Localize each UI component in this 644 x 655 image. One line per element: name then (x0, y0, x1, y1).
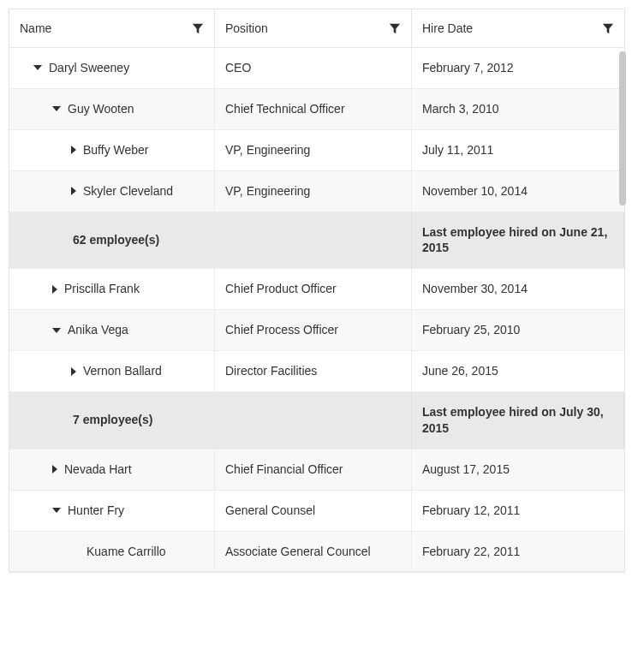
position-text: Associate General Councel (225, 544, 371, 560)
name-cell: Buffy Weber (9, 130, 215, 170)
chevron-right-icon[interactable] (71, 187, 76, 195)
position-cell: Chief Technical Officer (215, 89, 412, 129)
hiredate-cell: August 17, 2015 (412, 450, 624, 490)
scrollbar-thumb[interactable] (619, 51, 626, 205)
hiredate-cell: February 7, 2012 (412, 48, 624, 88)
table-row[interactable]: Kuame CarrilloAssociate General CouncelF… (9, 532, 624, 573)
table-row[interactable]: Daryl SweeneyCEOFebruary 7, 2012 (9, 48, 624, 89)
position-text: General Counsel (225, 503, 315, 519)
column-header-name[interactable]: Name (9, 9, 215, 47)
summary-lasthire-cell: Last employee hired on July 30, 2015 (412, 392, 624, 449)
tree-body: Daryl SweeneyCEOFebruary 7, 2012Guy Woot… (9, 48, 624, 572)
hiredate-text: November 30, 2014 (422, 281, 528, 297)
position-cell: Chief Product Officer (215, 269, 412, 309)
name-text: Hunter Fry (68, 503, 124, 519)
position-cell: Associate General Councel (215, 532, 412, 572)
hiredate-text: July 11, 2011 (422, 142, 493, 158)
position-text: CEO (225, 60, 251, 76)
summary-count-text: 7 employee(s) (73, 412, 152, 428)
position-text: Chief Product Officer (225, 281, 337, 297)
summary-row: 62 employee(s)Last employee hired on Jun… (9, 212, 624, 270)
position-cell: Chief Process Officer (215, 310, 412, 350)
hiredate-cell: February 25, 2010 (412, 310, 624, 350)
tree-list: Name Position Hire Date Daryl SweeneyCEO… (9, 9, 625, 573)
summary-count-cell: 62 employee(s) (9, 212, 412, 269)
name-text: Guy Wooten (68, 101, 134, 117)
name-text: Vernon Ballard (83, 363, 162, 379)
table-row[interactable]: Guy WootenChief Technical OfficerMarch 3… (9, 89, 624, 130)
name-cell: Nevada Hart (9, 450, 215, 490)
name-cell: Priscilla Frank (9, 269, 215, 309)
hiredate-cell: March 3, 2010 (412, 89, 624, 129)
table-row[interactable]: Skyler ClevelandVP, EngineeringNovember … (9, 171, 624, 212)
hiredate-text: August 17, 2015 (422, 461, 510, 478)
table-row[interactable]: Priscilla FrankChief Product OfficerNove… (9, 269, 624, 310)
position-text: Chief Technical Officer (225, 101, 345, 117)
table-row[interactable]: Anika VegaChief Process OfficerFebruary … (9, 310, 624, 351)
column-header-position[interactable]: Position (215, 9, 412, 47)
summary-row: 7 employee(s)Last employee hired on July… (9, 392, 624, 450)
position-cell: VP, Engineering (215, 130, 412, 170)
hiredate-cell: February 12, 2011 (412, 491, 624, 531)
name-cell: Daryl Sweeney (9, 48, 215, 88)
name-cell: Skyler Cleveland (9, 171, 215, 211)
chevron-down-icon[interactable] (52, 508, 61, 513)
chevron-down-icon[interactable] (52, 106, 61, 111)
name-cell: Guy Wooten (9, 89, 215, 129)
filter-icon[interactable] (192, 22, 204, 34)
position-cell: Chief Financial Officer (215, 450, 412, 490)
name-text: Buffy Weber (83, 142, 149, 158)
hiredate-text: February 7, 2012 (422, 60, 514, 76)
summary-lasthire-cell: Last employee hired on June 21, 2015 (412, 212, 624, 269)
position-text: Chief Financial Officer (225, 461, 343, 478)
name-cell: Vernon Ballard (9, 351, 215, 391)
chevron-down-icon[interactable] (33, 65, 42, 70)
position-text: Chief Process Officer (225, 322, 338, 338)
summary-count-cell: 7 employee(s) (9, 392, 412, 449)
table-row[interactable]: Nevada HartChief Financial OfficerAugust… (9, 450, 624, 491)
chevron-right-icon[interactable] (52, 465, 57, 473)
summary-lasthire-text: Last employee hired on July 30, 2015 (422, 404, 613, 437)
summary-count-text: 62 employee(s) (73, 232, 159, 248)
filter-icon[interactable] (389, 22, 401, 34)
hiredate-text: February 25, 2010 (422, 322, 520, 338)
hiredate-text: June 26, 2015 (422, 363, 498, 379)
position-text: VP, Engineering (225, 183, 310, 199)
name-text: Priscilla Frank (64, 281, 140, 297)
hiredate-text: November 10, 2014 (422, 183, 528, 199)
position-cell: Director Facilities (215, 351, 412, 391)
expander-placeholder (71, 549, 80, 554)
hiredate-cell: November 30, 2014 (412, 269, 624, 309)
position-cell: VP, Engineering (215, 171, 412, 211)
chevron-down-icon[interactable] (52, 328, 61, 333)
name-text: Kuame Carrillo (86, 544, 166, 560)
filter-icon[interactable] (602, 22, 614, 34)
summary-lasthire-text: Last employee hired on June 21, 2015 (422, 224, 613, 257)
column-label: Hire Date (422, 21, 473, 35)
hiredate-cell: July 11, 2011 (412, 130, 624, 170)
column-header-hiredate[interactable]: Hire Date (412, 9, 624, 47)
chevron-right-icon[interactable] (71, 367, 76, 376)
position-cell: General Counsel (215, 491, 412, 531)
column-label: Position (225, 21, 268, 35)
position-text: VP, Engineering (225, 142, 310, 158)
hiredate-text: February 12, 2011 (422, 503, 520, 519)
position-cell: CEO (215, 48, 412, 88)
hiredate-text: February 22, 2011 (422, 544, 520, 560)
header-row: Name Position Hire Date (9, 9, 624, 48)
name-cell: Anika Vega (9, 310, 215, 350)
name-cell: Hunter Fry (9, 491, 215, 531)
table-row[interactable]: Hunter FryGeneral CounselFebruary 12, 20… (9, 491, 624, 532)
position-text: Director Facilities (225, 363, 317, 379)
table-row[interactable]: Buffy WeberVP, EngineeringJuly 11, 2011 (9, 130, 624, 171)
chevron-right-icon[interactable] (52, 285, 57, 294)
table-row[interactable]: Vernon BallardDirector FacilitiesJune 26… (9, 351, 624, 392)
chevron-right-icon[interactable] (71, 146, 76, 154)
hiredate-text: March 3, 2010 (422, 101, 499, 117)
name-cell: Kuame Carrillo (9, 532, 215, 572)
name-text: Anika Vega (68, 322, 128, 338)
name-text: Skyler Cleveland (83, 183, 173, 199)
hiredate-cell: June 26, 2015 (412, 351, 624, 391)
name-text: Nevada Hart (64, 461, 132, 478)
hiredate-cell: February 22, 2011 (412, 532, 624, 572)
